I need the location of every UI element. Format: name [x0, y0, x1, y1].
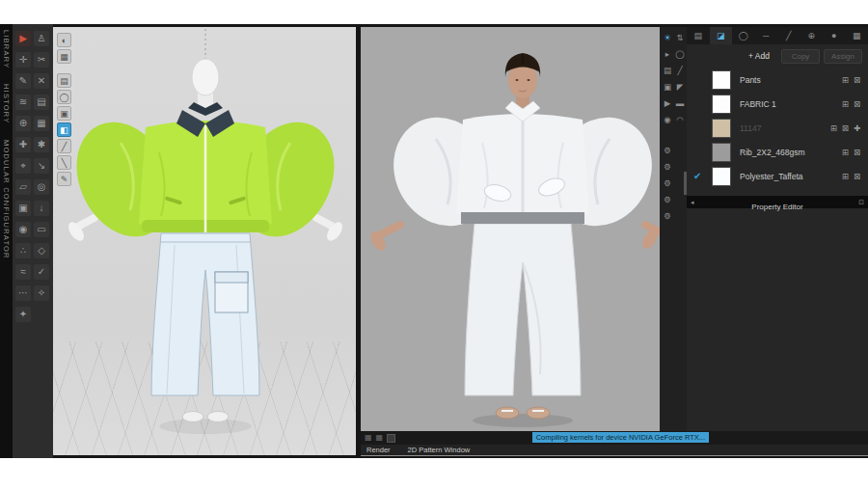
thick-texture-icon[interactable]: ▣ — [57, 106, 71, 121]
delete-icon[interactable]: ⊠ — [854, 148, 860, 157]
side-tabstrip: LIBRARY HISTORY MODULAR CONFIGURATOR — [0, 24, 13, 458]
zipper-icon[interactable]: ⋯ — [15, 285, 31, 301]
render-style-icon[interactable]: ◐ — [57, 33, 71, 47]
viewport-render[interactable] — [361, 27, 660, 431]
delete-icon[interactable]: ⊠ — [854, 75, 860, 85]
button-icon[interactable]: ◉ — [15, 222, 31, 237]
tab-history[interactable]: HISTORY — [2, 84, 11, 123]
pen-icon[interactable]: ✎ — [15, 73, 31, 89]
fabric-row-rib[interactable]: Rib_2X2_468gsm ⊞⊠ — [687, 140, 868, 164]
internal-lines-icon[interactable]: ╱ — [57, 139, 71, 153]
delete-icon[interactable]: ⊠ — [854, 99, 860, 109]
add-colorway-icon[interactable]: ✚ — [854, 123, 860, 133]
fabric-row-11147[interactable]: 11147 ⊞⊠✚ — [687, 116, 868, 140]
spotlight-icon[interactable]: ◤ — [674, 81, 686, 93]
fabric-swatch[interactable] — [712, 70, 731, 90]
base-lines-icon[interactable]: ╲ — [57, 155, 71, 170]
solidify-icon[interactable]: ▣ — [15, 201, 31, 216]
assign-fabric-button[interactable]: Assign — [824, 49, 862, 64]
video-setting-icon[interactable]: ⚙ — [662, 161, 673, 173]
texture-icon[interactable]: ▦ — [34, 116, 49, 131]
scissors-icon[interactable]: ✂ — [34, 52, 49, 68]
tab-modular-configurator[interactable]: MODULAR CONFIGURATOR — [2, 140, 11, 259]
pen-3d-icon[interactable]: ✎ — [57, 172, 71, 186]
flatten-icon[interactable]: ▱ — [15, 179, 31, 195]
aspect-icon[interactable]: ▦ — [376, 432, 384, 444]
tab-2d-pattern-window[interactable]: 2D Pattern Window — [408, 446, 471, 454]
topstitch-tab-icon[interactable]: ╱ — [777, 27, 800, 44]
capture-icon[interactable]: ◉ — [662, 114, 673, 125]
image-setting-icon[interactable]: ⚙ — [662, 145, 673, 156]
fabric-row-polyester-taffeta[interactable]: ✔ Polyester_Taffeta ⊞⊠ — [687, 164, 868, 188]
pressure-icon[interactable]: ◎ — [34, 179, 49, 195]
topstitch-icon[interactable]: ✱ — [34, 137, 49, 152]
viewport-3d-pattern[interactable]: ◐▦▤◯▣◧╱╲✎ — [53, 27, 356, 455]
simulate-icon[interactable]: ▶ — [15, 31, 31, 46]
pattern-icon[interactable]: ▤ — [34, 95, 49, 110]
fit-icon[interactable]: ✓ — [34, 264, 49, 280]
save-setting-icon[interactable]: ⚙ — [662, 210, 673, 222]
fabric-row-fabric1[interactable]: FABRIC 1 ⊞⊠ — [687, 92, 868, 116]
monochrome-view-icon[interactable]: ◯ — [57, 90, 71, 104]
copy-fabric-button[interactable]: Copy — [781, 49, 820, 64]
clone-icon[interactable]: ⊞ — [842, 172, 849, 181]
texture-surface-icon[interactable]: ▦ — [57, 49, 71, 64]
fabric-tab-icon[interactable]: ◪ — [710, 27, 733, 44]
clone-icon[interactable]: ⊞ — [830, 123, 837, 133]
tack-icon[interactable]: ✚ — [15, 137, 31, 152]
fabric-row-pants[interactable]: Pants ⊞⊠ — [687, 68, 868, 92]
background-setting-icon[interactable]: ⚙ — [662, 194, 673, 205]
popout-icon[interactable]: ⊡ — [858, 196, 864, 208]
ground-plane-icon[interactable]: ▬ — [674, 97, 686, 109]
gravity-icon[interactable]: ↓ — [34, 201, 49, 216]
scene-tab-icon[interactable]: ▤ — [687, 27, 710, 44]
tab-render[interactable]: Render — [366, 446, 391, 454]
delete-icon[interactable]: ⊠ — [854, 172, 860, 181]
clone-icon[interactable]: ⊞ — [842, 99, 849, 109]
clone-icon[interactable]: ⊞ — [842, 75, 849, 85]
clone-icon[interactable]: ⊞ — [842, 148, 849, 157]
environment-icon[interactable]: ◯ — [674, 48, 686, 60]
delete-tool-icon[interactable]: ✕ — [34, 73, 49, 89]
render-queue-icon[interactable]: ▤ — [662, 65, 673, 76]
video-properties-icon[interactable]: ▶ — [662, 97, 673, 109]
puckering-tab-icon[interactable]: ⊕ — [800, 27, 824, 44]
shrink-icon[interactable]: ↘ — [34, 158, 49, 174]
button-tab-icon[interactable]: ─ — [755, 27, 778, 44]
show-garment-icon[interactable]: ◧ — [57, 122, 71, 137]
final-render-icon[interactable]: ▸ — [662, 48, 673, 60]
steam-icon[interactable]: ≈ — [15, 264, 31, 280]
sparkle-icon[interactable]: ✧ — [34, 285, 49, 301]
avatar-icon[interactable]: ♙ — [34, 31, 49, 46]
mesh-view-icon[interactable]: ▤ — [57, 73, 71, 88]
dome-light-icon[interactable]: ◠ — [674, 114, 686, 125]
add-fabric-button[interactable]: + Add — [741, 49, 777, 63]
fabric-swatch[interactable] — [712, 95, 731, 114]
measure-icon[interactable]: ⌖ — [15, 158, 31, 174]
image-properties-icon[interactable]: ▣ — [662, 81, 673, 93]
trim-icon[interactable]: ✦ — [15, 307, 31, 322]
fabric-swatch[interactable] — [712, 119, 731, 138]
collapse-icon[interactable]: ◂ — [691, 196, 694, 208]
resolution-icon[interactable]: ▦ — [365, 432, 372, 444]
zipper-tab-icon[interactable]: ▦ — [846, 27, 868, 44]
delete-icon[interactable]: ⊠ — [842, 123, 849, 133]
interactive-render-icon[interactable]: ☀ — [662, 32, 673, 43]
graphic-tab-icon[interactable]: ◯ — [732, 27, 755, 44]
fabric-swatch[interactable] — [712, 143, 731, 162]
sync-render-icon[interactable]: ⇅ — [674, 32, 686, 43]
color-chip-icon[interactable] — [387, 434, 395, 443]
select-move-icon[interactable]: ✛ — [15, 52, 31, 68]
light-setting-icon[interactable]: ⚙ — [662, 177, 673, 189]
grading-icon[interactable]: ∴ — [15, 243, 31, 258]
fabric-swatch[interactable] — [712, 167, 731, 186]
tab-library[interactable]: LIBRARY — [2, 30, 11, 68]
property-editor-header[interactable]: ◂ Property Editor ⊡ — [687, 196, 868, 208]
brush-icon[interactable]: ╱ — [674, 65, 686, 76]
sewing-icon[interactable]: ≋ — [15, 95, 31, 110]
pin-icon[interactable]: ⊕ — [15, 116, 31, 131]
material-tab-icon[interactable]: ● — [823, 27, 846, 44]
tape-icon[interactable]: ▭ — [34, 222, 49, 237]
morph-icon[interactable]: ◇ — [34, 243, 49, 258]
row-actions: ⊞⊠✚ — [830, 123, 868, 133]
